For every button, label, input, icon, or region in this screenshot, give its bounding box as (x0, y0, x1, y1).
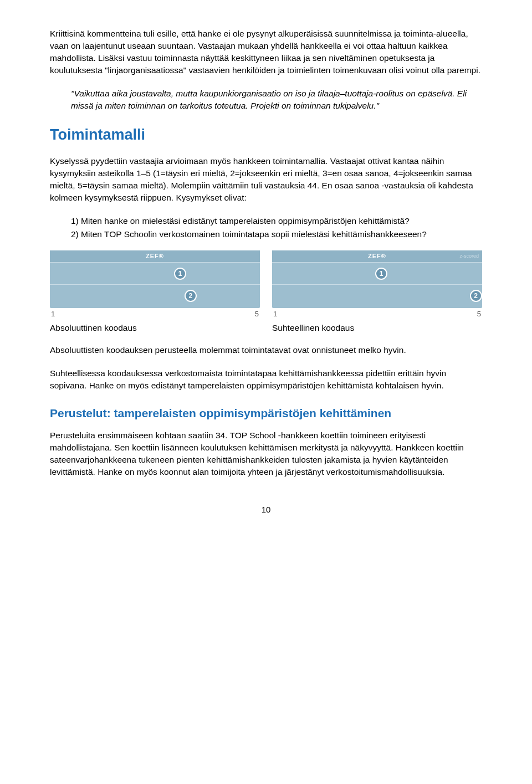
chart-caption-left: Absoluuttinen koodaus (50, 322, 260, 334)
section-heading-toimintamalli: Toimintamalli (50, 124, 482, 145)
marker-1: 1 (375, 268, 387, 280)
justification-paragraph: Perusteluita ensimmäiseen kohtaan saatii… (50, 429, 482, 478)
intro-paragraph: Kriittisinä kommentteina tuli esille, et… (50, 28, 482, 76)
results-paragraph-1: Absoluuttisten koodauksen perusteella mo… (50, 344, 482, 356)
methodology-paragraph: Kyselyssä pyydettiin vastaajia arvioimaa… (50, 155, 482, 204)
question-1: 1) Miten hanke on mielestäsi edistänyt t… (71, 215, 482, 227)
zef-panel-left: ZEF® 1 2 (50, 250, 260, 308)
chart-relative: ZEF® z-scored 1 2 1 5 Suhteellinen kooda… (272, 250, 482, 334)
page-number: 10 (50, 504, 482, 515)
axis-max: 5 (255, 309, 259, 319)
marker-2: 2 (470, 290, 482, 302)
zef-logo-icon: ZEF® (146, 252, 164, 261)
quotation-block: "Vaikuttaa aika joustavalta, mutta kaupu… (71, 88, 482, 112)
charts-container: ZEF® 1 2 1 5 Absoluuttinen koodaus ZEF® … (50, 250, 482, 334)
results-paragraph-2: Suhteellisessa koodauksessa verkostomais… (50, 367, 482, 392)
axis-max: 5 (477, 309, 481, 319)
axis-labels-right: 1 5 (272, 308, 482, 319)
subheading-perustelut: Perustelut: tamperelaisten oppimisympäri… (50, 405, 482, 422)
chart-row-1: 1 (50, 262, 260, 284)
marker-2: 2 (185, 290, 197, 302)
chart-row-1: 1 (272, 262, 482, 284)
chart-caption-right: Suhteellinen koodaus (272, 322, 482, 334)
marker-1: 1 (174, 268, 186, 280)
axis-min: 1 (273, 309, 277, 319)
questions-list: 1) Miten hanke on mielestäsi edistänyt t… (71, 215, 482, 240)
zef-header: ZEF® (50, 250, 260, 262)
chart-absolute: ZEF® 1 2 1 5 Absoluuttinen koodaus (50, 250, 260, 334)
zef-logo-icon: ZEF® (368, 252, 386, 261)
zef-meta: z-scored (459, 253, 479, 260)
question-2: 2) Miten TOP Schoolin verkostomainen toi… (71, 228, 482, 240)
axis-min: 1 (51, 309, 55, 319)
axis-labels-left: 1 5 (50, 308, 260, 319)
zef-panel-right: ZEF® z-scored 1 2 (272, 250, 482, 308)
zef-header: ZEF® z-scored (272, 250, 482, 262)
chart-row-2: 2 (272, 284, 482, 306)
chart-row-2: 2 (50, 284, 260, 306)
